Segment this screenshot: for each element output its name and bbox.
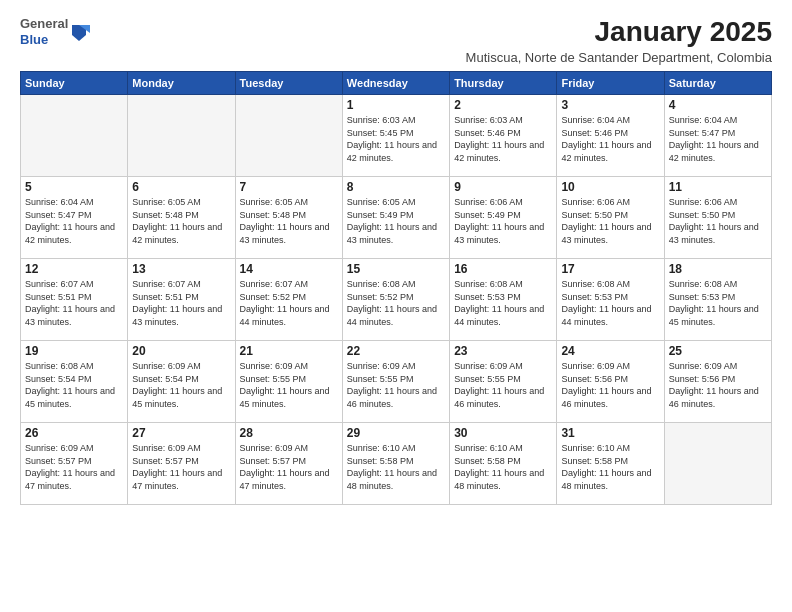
day-number: 24 (561, 344, 659, 358)
day-number: 15 (347, 262, 445, 276)
day-cell: 31Sunrise: 6:10 AM Sunset: 5:58 PM Dayli… (557, 423, 664, 505)
day-number: 9 (454, 180, 552, 194)
day-info: Sunrise: 6:09 AM Sunset: 5:55 PM Dayligh… (454, 360, 552, 410)
day-cell: 17Sunrise: 6:08 AM Sunset: 5:53 PM Dayli… (557, 259, 664, 341)
logo-text: General Blue (20, 16, 68, 47)
day-cell: 19Sunrise: 6:08 AM Sunset: 5:54 PM Dayli… (21, 341, 128, 423)
day-cell: 25Sunrise: 6:09 AM Sunset: 5:56 PM Dayli… (664, 341, 771, 423)
col-wednesday: Wednesday (342, 72, 449, 95)
day-cell: 21Sunrise: 6:09 AM Sunset: 5:55 PM Dayli… (235, 341, 342, 423)
day-cell: 1Sunrise: 6:03 AM Sunset: 5:45 PM Daylig… (342, 95, 449, 177)
day-info: Sunrise: 6:10 AM Sunset: 5:58 PM Dayligh… (561, 442, 659, 492)
day-cell: 30Sunrise: 6:10 AM Sunset: 5:58 PM Dayli… (450, 423, 557, 505)
day-cell: 29Sunrise: 6:10 AM Sunset: 5:58 PM Dayli… (342, 423, 449, 505)
day-cell: 15Sunrise: 6:08 AM Sunset: 5:52 PM Dayli… (342, 259, 449, 341)
day-cell: 20Sunrise: 6:09 AM Sunset: 5:54 PM Dayli… (128, 341, 235, 423)
week-row-4: 19Sunrise: 6:08 AM Sunset: 5:54 PM Dayli… (21, 341, 772, 423)
day-info: Sunrise: 6:05 AM Sunset: 5:48 PM Dayligh… (132, 196, 230, 246)
day-info: Sunrise: 6:04 AM Sunset: 5:47 PM Dayligh… (669, 114, 767, 164)
day-number: 6 (132, 180, 230, 194)
day-cell: 4Sunrise: 6:04 AM Sunset: 5:47 PM Daylig… (664, 95, 771, 177)
day-cell: 18Sunrise: 6:08 AM Sunset: 5:53 PM Dayli… (664, 259, 771, 341)
logo-icon (68, 21, 90, 43)
header: General Blue January 2025 Mutiscua, Nort… (20, 16, 772, 65)
day-number: 29 (347, 426, 445, 440)
day-number: 13 (132, 262, 230, 276)
day-number: 18 (669, 262, 767, 276)
day-info: Sunrise: 6:06 AM Sunset: 5:50 PM Dayligh… (561, 196, 659, 246)
day-cell (235, 95, 342, 177)
day-number: 3 (561, 98, 659, 112)
day-number: 22 (347, 344, 445, 358)
day-number: 11 (669, 180, 767, 194)
day-cell: 7Sunrise: 6:05 AM Sunset: 5:48 PM Daylig… (235, 177, 342, 259)
day-info: Sunrise: 6:09 AM Sunset: 5:56 PM Dayligh… (669, 360, 767, 410)
day-info: Sunrise: 6:06 AM Sunset: 5:50 PM Dayligh… (669, 196, 767, 246)
day-number: 10 (561, 180, 659, 194)
day-cell: 6Sunrise: 6:05 AM Sunset: 5:48 PM Daylig… (128, 177, 235, 259)
day-info: Sunrise: 6:05 AM Sunset: 5:49 PM Dayligh… (347, 196, 445, 246)
day-cell: 2Sunrise: 6:03 AM Sunset: 5:46 PM Daylig… (450, 95, 557, 177)
day-number: 26 (25, 426, 123, 440)
day-cell (128, 95, 235, 177)
day-info: Sunrise: 6:04 AM Sunset: 5:46 PM Dayligh… (561, 114, 659, 164)
day-info: Sunrise: 6:03 AM Sunset: 5:46 PM Dayligh… (454, 114, 552, 164)
day-info: Sunrise: 6:08 AM Sunset: 5:53 PM Dayligh… (454, 278, 552, 328)
day-number: 30 (454, 426, 552, 440)
logo-line1: General (20, 16, 68, 32)
title-block: January 2025 Mutiscua, Norte de Santande… (466, 16, 772, 65)
day-info: Sunrise: 6:09 AM Sunset: 5:56 PM Dayligh… (561, 360, 659, 410)
day-cell: 12Sunrise: 6:07 AM Sunset: 5:51 PM Dayli… (21, 259, 128, 341)
month-year: January 2025 (466, 16, 772, 48)
day-info: Sunrise: 6:08 AM Sunset: 5:53 PM Dayligh… (561, 278, 659, 328)
day-cell: 5Sunrise: 6:04 AM Sunset: 5:47 PM Daylig… (21, 177, 128, 259)
col-saturday: Saturday (664, 72, 771, 95)
day-number: 4 (669, 98, 767, 112)
day-info: Sunrise: 6:08 AM Sunset: 5:53 PM Dayligh… (669, 278, 767, 328)
day-cell: 28Sunrise: 6:09 AM Sunset: 5:57 PM Dayli… (235, 423, 342, 505)
day-number: 20 (132, 344, 230, 358)
day-number: 21 (240, 344, 338, 358)
day-info: Sunrise: 6:08 AM Sunset: 5:52 PM Dayligh… (347, 278, 445, 328)
day-info: Sunrise: 6:07 AM Sunset: 5:52 PM Dayligh… (240, 278, 338, 328)
page: General Blue January 2025 Mutiscua, Nort… (0, 0, 792, 612)
day-info: Sunrise: 6:10 AM Sunset: 5:58 PM Dayligh… (347, 442, 445, 492)
day-number: 12 (25, 262, 123, 276)
day-info: Sunrise: 6:09 AM Sunset: 5:57 PM Dayligh… (240, 442, 338, 492)
day-info: Sunrise: 6:03 AM Sunset: 5:45 PM Dayligh… (347, 114, 445, 164)
day-number: 28 (240, 426, 338, 440)
week-row-2: 5Sunrise: 6:04 AM Sunset: 5:47 PM Daylig… (21, 177, 772, 259)
day-cell: 11Sunrise: 6:06 AM Sunset: 5:50 PM Dayli… (664, 177, 771, 259)
location: Mutiscua, Norte de Santander Department,… (466, 50, 772, 65)
day-cell: 14Sunrise: 6:07 AM Sunset: 5:52 PM Dayli… (235, 259, 342, 341)
day-number: 23 (454, 344, 552, 358)
day-number: 14 (240, 262, 338, 276)
day-cell: 3Sunrise: 6:04 AM Sunset: 5:46 PM Daylig… (557, 95, 664, 177)
day-cell: 23Sunrise: 6:09 AM Sunset: 5:55 PM Dayli… (450, 341, 557, 423)
week-row-5: 26Sunrise: 6:09 AM Sunset: 5:57 PM Dayli… (21, 423, 772, 505)
day-number: 25 (669, 344, 767, 358)
day-info: Sunrise: 6:09 AM Sunset: 5:57 PM Dayligh… (132, 442, 230, 492)
day-number: 8 (347, 180, 445, 194)
day-info: Sunrise: 6:04 AM Sunset: 5:47 PM Dayligh… (25, 196, 123, 246)
logo-line2: Blue (20, 32, 68, 48)
logo: General Blue (20, 16, 90, 47)
day-cell (664, 423, 771, 505)
day-info: Sunrise: 6:09 AM Sunset: 5:55 PM Dayligh… (240, 360, 338, 410)
day-number: 1 (347, 98, 445, 112)
day-number: 5 (25, 180, 123, 194)
day-cell: 27Sunrise: 6:09 AM Sunset: 5:57 PM Dayli… (128, 423, 235, 505)
day-info: Sunrise: 6:07 AM Sunset: 5:51 PM Dayligh… (132, 278, 230, 328)
week-row-3: 12Sunrise: 6:07 AM Sunset: 5:51 PM Dayli… (21, 259, 772, 341)
day-number: 7 (240, 180, 338, 194)
day-cell: 22Sunrise: 6:09 AM Sunset: 5:55 PM Dayli… (342, 341, 449, 423)
day-info: Sunrise: 6:09 AM Sunset: 5:55 PM Dayligh… (347, 360, 445, 410)
day-info: Sunrise: 6:05 AM Sunset: 5:48 PM Dayligh… (240, 196, 338, 246)
day-number: 2 (454, 98, 552, 112)
col-sunday: Sunday (21, 72, 128, 95)
day-info: Sunrise: 6:09 AM Sunset: 5:57 PM Dayligh… (25, 442, 123, 492)
day-cell: 8Sunrise: 6:05 AM Sunset: 5:49 PM Daylig… (342, 177, 449, 259)
day-info: Sunrise: 6:08 AM Sunset: 5:54 PM Dayligh… (25, 360, 123, 410)
day-cell: 9Sunrise: 6:06 AM Sunset: 5:49 PM Daylig… (450, 177, 557, 259)
col-thursday: Thursday (450, 72, 557, 95)
